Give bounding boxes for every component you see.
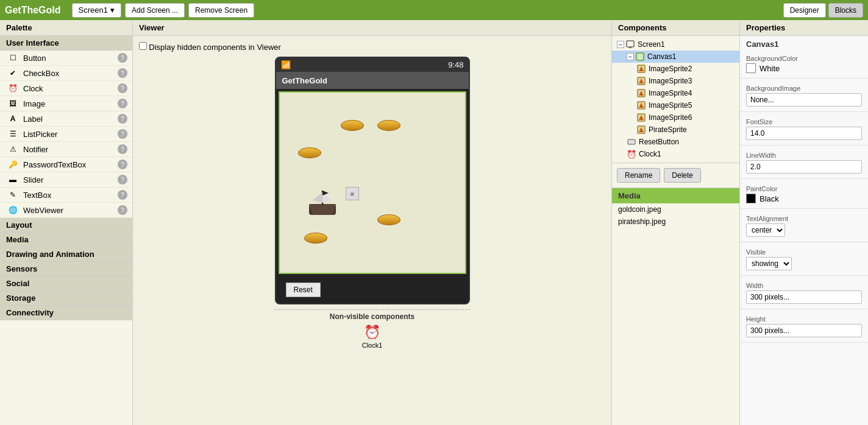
section-sensors[interactable]: Sensors: [0, 262, 132, 276]
textalignment-select[interactable]: left center right: [746, 223, 785, 237]
paintcolor-value: Black: [760, 194, 779, 203]
palette-item-clock[interactable]: ⏰ Clock ?: [0, 81, 132, 96]
screen-selector[interactable]: Screen1 ▾: [72, 3, 121, 18]
delete-button[interactable]: Delete: [664, 168, 701, 183]
properties-canvas-title: Canvas1: [740, 36, 868, 52]
section-storage[interactable]: Storage: [0, 291, 132, 306]
coin-2: [377, 120, 400, 131]
palette-item-notifier[interactable]: ⚠ Notifier ?: [0, 142, 132, 157]
prop-backgroundimage-label: BackgroundImage: [746, 85, 862, 92]
screen-icon: [625, 40, 635, 49]
prop-textalignment: TextAlignment left center right: [740, 212, 868, 242]
time-display: 9:48: [448, 60, 463, 69]
section-social[interactable]: Social: [0, 276, 132, 291]
palette-item-webviewer[interactable]: 🌐 WebViewer ?: [0, 203, 132, 218]
palette-item-label[interactable]: A Label ?: [0, 111, 132, 127]
app-title: GetTheGold: [5, 5, 61, 16]
media-section-header: Media: [612, 188, 739, 203]
blocks-button[interactable]: Blocks: [828, 3, 863, 18]
canvas-icon: [635, 52, 645, 61]
properties-header: Properties: [740, 20, 868, 36]
sprite-icon-6: [636, 113, 646, 122]
palette-item-textbox[interactable]: ✎ TextBox ?: [0, 188, 132, 203]
prop-paintcolor-label: PaintColor: [746, 185, 862, 192]
section-media[interactable]: Media: [0, 233, 132, 247]
comp-imagesprite3[interactable]: ImageSprite3: [612, 75, 739, 87]
palette-item-listpicker[interactable]: ☰ ListPicker ?: [0, 127, 132, 142]
clock-nonvisible-icon: ⏰: [364, 325, 380, 340]
palette-item-checkbox[interactable]: ✔ CheckBox ?: [0, 66, 132, 81]
comp-canvas1[interactable]: − Canvas1: [612, 51, 739, 63]
component-tree: − Screen1 − Canvas1 ImageSprite2: [612, 36, 739, 163]
comp-screen1[interactable]: − Screen1: [612, 38, 739, 51]
hidden-components-checkbox[interactable]: [139, 42, 147, 50]
media-item-goldcoin[interactable]: goldcoin.jpeg: [612, 203, 739, 216]
palette-item-button[interactable]: ☐ Button ?: [0, 51, 132, 66]
height-input[interactable]: [746, 324, 862, 337]
info-icon-slider[interactable]: ?: [118, 175, 127, 184]
comp-imagesprite5[interactable]: ImageSprite5: [612, 99, 739, 111]
comp-imagesprite6[interactable]: ImageSprite6: [612, 111, 739, 124]
hidden-components-checkbox-label[interactable]: Display hidden components in Viewer: [139, 42, 281, 52]
viewer-header: Viewer: [133, 20, 611, 36]
palette-item-slider[interactable]: ▬ Slider ?: [0, 172, 132, 188]
phone-frame: 📶 9:48 GetTheGold: [275, 57, 470, 304]
info-icon-textbox[interactable]: ?: [118, 190, 127, 200]
svg-rect-21: [628, 139, 635, 144]
info-icon-label[interactable]: ?: [118, 114, 127, 124]
palette-item-passwordtextbox[interactable]: 🔑 PasswordTextBox ?: [0, 157, 132, 172]
info-icon-listpicker[interactable]: ?: [118, 129, 127, 139]
toggle-canvas1[interactable]: −: [627, 53, 634, 60]
section-drawing[interactable]: Drawing and Animation: [0, 247, 132, 262]
backgroundimage-input[interactable]: [746, 93, 862, 107]
prop-visible: Visible showing hidden: [740, 246, 868, 276]
comp-imagesprite4[interactable]: ImageSprite4: [612, 87, 739, 99]
linewidth-input[interactable]: [746, 160, 862, 174]
section-layout[interactable]: Layout: [0, 218, 132, 233]
comp-piratesprite[interactable]: PirateSprite: [612, 124, 739, 136]
prop-backgroundimage: BackgroundImage: [740, 82, 868, 112]
visible-select[interactable]: showing hidden: [746, 257, 792, 270]
reset-button[interactable]: Reset: [286, 283, 321, 297]
fontsize-input[interactable]: [746, 127, 862, 140]
prop-visible-label: Visible: [746, 248, 862, 256]
prop-paintcolor: PaintColor Black: [740, 183, 868, 209]
prop-linewidth: LineWidth: [740, 149, 868, 179]
checkbox-icon: ✔: [7, 68, 18, 79]
viewer-panel: Viewer Display hidden components in View…: [133, 20, 612, 425]
toggle-screen1[interactable]: −: [617, 41, 624, 48]
svg-rect-7: [629, 47, 631, 48]
backgroundcolor-swatch[interactable]: [746, 63, 756, 73]
prop-textalignment-label: TextAlignment: [746, 215, 862, 222]
rename-button[interactable]: Rename: [617, 168, 660, 183]
comp-imagesprite2[interactable]: ImageSprite2: [612, 63, 739, 75]
comp-resetbutton[interactable]: ResetButton: [612, 136, 739, 148]
button-comp-icon: [627, 137, 636, 147]
remove-screen-button[interactable]: Remove Screen: [188, 3, 254, 18]
comp-clock1[interactable]: ⏰ Clock1: [612, 148, 739, 160]
phone-titlebar: GetTheGold: [276, 72, 469, 89]
info-icon-button[interactable]: ?: [118, 53, 127, 63]
prop-height: Height: [740, 313, 868, 343]
nonvisible-section: Non-visible components ⏰ Clock1: [275, 309, 470, 351]
comp-actions: Rename Delete: [612, 163, 739, 188]
info-icon-checkbox[interactable]: ?: [118, 68, 127, 78]
paintcolor-swatch[interactable]: [746, 194, 756, 203]
section-user-interface[interactable]: User Interface: [0, 36, 132, 51]
section-connectivity[interactable]: Connectivity: [0, 306, 132, 320]
media-item-pirateship[interactable]: pirateship.jpeg: [612, 216, 739, 228]
info-icon-webviewer[interactable]: ?: [118, 205, 127, 215]
palette-item-image[interactable]: 🖼 Image ?: [0, 96, 132, 111]
add-screen-button[interactable]: Add Screen ...: [125, 3, 185, 18]
prop-linewidth-label: LineWidth: [746, 152, 862, 159]
prop-height-label: Height: [746, 315, 862, 323]
viewer-content: Display hidden components in Viewer 📶 9:…: [133, 36, 611, 357]
info-icon-clock[interactable]: ?: [118, 83, 127, 93]
slider-icon: ▬: [7, 174, 18, 185]
info-icon-passwordtextbox[interactable]: ?: [118, 160, 127, 169]
topbar: GetTheGold Screen1 ▾ Add Screen ... Remo…: [0, 0, 868, 20]
info-icon-notifier[interactable]: ?: [118, 144, 127, 154]
width-input[interactable]: [746, 290, 862, 304]
info-icon-image[interactable]: ?: [118, 99, 127, 108]
designer-button[interactable]: Designer: [783, 3, 826, 18]
